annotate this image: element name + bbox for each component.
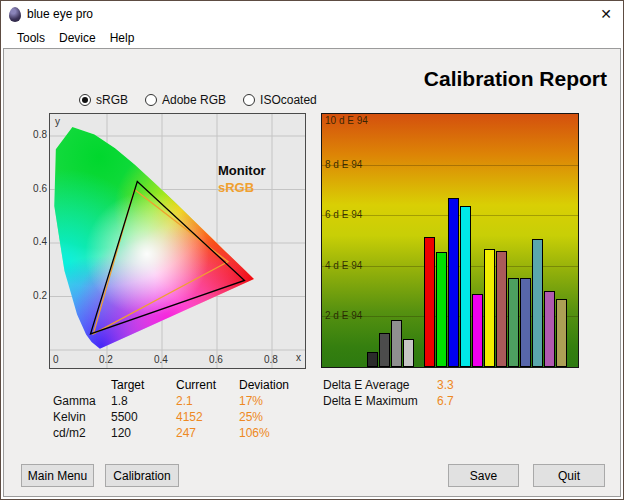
radio-circle-icon xyxy=(243,94,255,106)
quit-button[interactable]: Quit xyxy=(533,464,605,487)
spectral-locus-shape xyxy=(54,127,254,349)
menu-device[interactable]: Device xyxy=(52,29,103,47)
delta-e-bar-black xyxy=(367,352,378,367)
cie-y-tick-label: 0.2 xyxy=(30,290,47,301)
radio-circle-icon xyxy=(79,94,91,106)
delta-e-bar-teal xyxy=(532,239,543,367)
luminance-current: 247 xyxy=(176,426,239,442)
radio-srgb[interactable]: sRGB xyxy=(79,93,128,107)
radio-adobe-rgb[interactable]: Adobe RGB xyxy=(145,93,226,107)
delta-e-average-value: 3.3 xyxy=(437,378,497,394)
delta-e-maximum-value: 6.7 xyxy=(437,394,497,410)
calibration-button[interactable]: Calibration xyxy=(105,464,179,487)
delta-e-maximum-label: Delta E Maximum xyxy=(323,394,437,410)
cie-chromaticity-chart: y x Monitor sRGB 00.20.40.60.80.80.60.40… xyxy=(49,113,306,369)
gamma-deviation: 17% xyxy=(239,394,311,410)
cie-x-tick-label: 0.8 xyxy=(264,354,278,365)
menu-tools[interactable]: Tools xyxy=(10,29,52,47)
delta-e-bar-sea-green xyxy=(508,278,519,367)
cie-diagram-svg xyxy=(50,114,305,368)
col-header-deviation: Deviation xyxy=(239,378,311,394)
delta-e-bar-magenta xyxy=(472,294,483,367)
cie-x-tick-label: 0 xyxy=(53,354,59,365)
delta-e-bar-yellow xyxy=(484,249,495,367)
save-button[interactable]: Save xyxy=(448,464,519,487)
calibration-results-table: Target Current Deviation Gamma 1.8 2.1 1… xyxy=(53,378,311,442)
bar-chart-bars xyxy=(322,114,578,367)
menu-bar: Tools Device Help xyxy=(1,27,623,48)
radio-isocoated[interactable]: ISOcoated xyxy=(243,93,317,107)
kelvin-deviation: 25% xyxy=(239,410,311,426)
menu-help[interactable]: Help xyxy=(103,29,142,47)
kelvin-target: 5500 xyxy=(111,410,176,426)
page-title: Calibration Report xyxy=(307,67,607,91)
delta-e-bar-dark-gray xyxy=(379,333,390,367)
delta-e-bar-khaki xyxy=(556,299,567,367)
row-label-luminance: cd/m2 xyxy=(53,426,111,442)
cie-x-tick-label: 0.2 xyxy=(99,354,113,365)
cie-y-tick-label: 0.6 xyxy=(30,183,47,194)
radio-srgb-label: sRGB xyxy=(96,93,128,107)
gamma-current: 2.1 xyxy=(176,394,239,410)
kelvin-current: 4152 xyxy=(176,410,239,426)
delta-e-bar-slate-blue xyxy=(520,278,531,367)
row-label-kelvin: Kelvin xyxy=(53,410,111,426)
radio-isocoated-label: ISOcoated xyxy=(260,93,317,107)
delta-e-bar-blue xyxy=(448,198,459,368)
delta-e-bar-light-gray xyxy=(403,339,414,367)
delta-e-summary: Delta E Average 3.3 Delta E Maximum 6.7 xyxy=(323,378,497,410)
window-title: blue eye pro xyxy=(27,7,93,21)
radio-adobe-rgb-label: Adobe RGB xyxy=(162,93,226,107)
cie-y-tick-label: 0.8 xyxy=(30,129,47,140)
close-icon[interactable]: ✕ xyxy=(589,1,623,27)
delta-e-bar-chart: 2 d E 944 d E 946 d E 948 d E 9410 d E 9… xyxy=(321,113,579,368)
delta-e-average-label: Delta E Average xyxy=(323,378,437,394)
cie-x-tick-label: 0.4 xyxy=(154,354,168,365)
row-label-gamma: Gamma xyxy=(53,394,111,410)
cie-y-axis-label: y xyxy=(55,116,60,127)
legend-monitor: Monitor xyxy=(218,163,266,178)
delta-e-bar-orchid xyxy=(544,291,555,367)
delta-e-bar-green xyxy=(436,252,447,367)
title-bar: blue eye pro ✕ xyxy=(1,1,623,27)
luminance-deviation: 106% xyxy=(239,426,311,442)
luminance-target: 120 xyxy=(111,426,176,442)
app-window: blue eye pro ✕ Tools Device Help Calibra… xyxy=(0,0,624,500)
legend-srgb: sRGB xyxy=(218,180,254,195)
delta-e-bar-brown xyxy=(496,251,507,367)
col-header-target: Target xyxy=(111,378,176,394)
delta-e-bar-red xyxy=(424,237,435,367)
cie-x-tick-label: 0.6 xyxy=(209,354,223,365)
app-eye-icon xyxy=(9,7,21,22)
delta-e-bar-gray xyxy=(391,320,402,367)
cie-y-tick-label: 0.4 xyxy=(30,236,47,247)
main-menu-button[interactable]: Main Menu xyxy=(21,464,94,487)
profile-radio-group: sRGB Adobe RGB ISOcoated xyxy=(79,93,317,107)
delta-e-bar-cyan xyxy=(460,206,471,367)
radio-circle-icon xyxy=(145,94,157,106)
col-header-current: Current xyxy=(176,378,239,394)
gamma-target: 1.8 xyxy=(111,394,176,410)
cie-x-axis-label: x xyxy=(296,352,301,363)
